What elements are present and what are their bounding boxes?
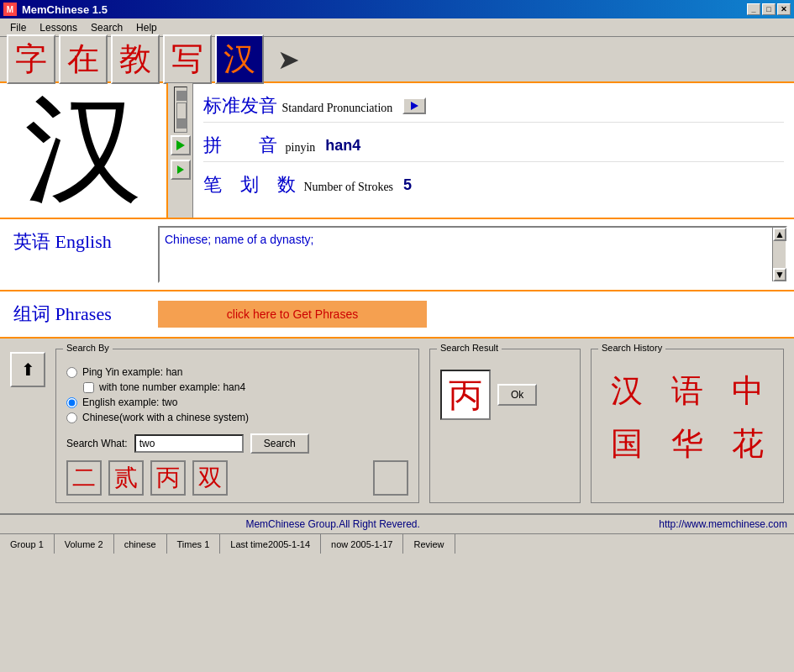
window-controls: _ □ ✕ (747, 3, 791, 15)
pinyin-radio-label: Ping Yin example: han (82, 366, 182, 378)
tab-chinese[interactable]: chinese (114, 534, 167, 554)
toolbar-char-0[interactable]: 字 (7, 34, 55, 84)
tone-checkbox-row: with tone number example: han4 (83, 381, 408, 393)
result-char-2[interactable]: 丙 (150, 460, 186, 496)
chinese-radio[interactable] (66, 412, 77, 423)
menu-help[interactable]: Help (129, 20, 164, 35)
toolbar-arrow-icon: ➤ (277, 44, 300, 76)
get-phrases-button[interactable]: click here to Get Phrases (158, 301, 427, 328)
result-char-0[interactable]: 二 (66, 460, 102, 496)
search-by-panel: Search By Ping Yin example: han with ton… (55, 349, 419, 503)
tab-review[interactable]: Review (403, 534, 455, 554)
english-content: Chinese; name of a dynasty; (160, 228, 772, 281)
toolbar-char-3[interactable]: 写 (163, 34, 212, 84)
history-char-2[interactable]: 中 (719, 366, 776, 416)
bottom-tabs: Group 1 Volume 2 chinese Times 1 Last ti… (0, 533, 794, 554)
english-section: 英语 English Chinese; name of a dynasty; ▲… (0, 219, 794, 291)
scroll-up-button[interactable]: ▲ (773, 228, 786, 241)
strokes-value: 5 (403, 176, 412, 194)
history-char-3[interactable]: 国 (598, 419, 655, 469)
tab-group1[interactable]: Group 1 (0, 534, 55, 554)
close-button[interactable]: ✕ (777, 3, 791, 15)
search-what-row: Search What: Search (66, 433, 408, 454)
strokes-row: 笔 划 数 Number of Strokes 5 (203, 169, 784, 201)
menu-search[interactable]: Search (84, 20, 129, 35)
pinyin-row: 拼 音 pinyin han4 (203, 129, 784, 162)
main-content: 汉 标准发音 Standard Pronunciation 拼 (0, 83, 794, 219)
search-history-panel: Search History 汉 语 中 国 华 花 (591, 349, 784, 503)
menu-file[interactable]: File (3, 20, 33, 35)
toolbar: 字 在 教 写 汉 ➤ (0, 37, 794, 83)
search-area: ⬆ Search By Ping Yin example: han with t… (0, 339, 794, 513)
history-char-4[interactable]: 华 (659, 419, 716, 469)
search-what-label: Search What: (66, 438, 128, 449)
english-radio-row: English example: two (66, 396, 408, 408)
scroll-down-button[interactable]: ▼ (773, 268, 786, 281)
result-char-display: 丙 (440, 370, 491, 420)
pinyin-value: han4 (325, 137, 360, 155)
toolbar-char-2[interactable]: 教 (111, 34, 160, 84)
phrases-label: 组词 Phrases (7, 298, 158, 330)
maximize-button[interactable]: □ (762, 3, 776, 15)
play-btn-2[interactable] (171, 160, 191, 180)
tab-now[interactable]: now 2005-1-17 (321, 534, 403, 554)
extra-char-box (373, 460, 408, 496)
search-by-legend: Search By (63, 343, 113, 353)
character-panel: 汉 (0, 83, 168, 218)
toolbar-char-1[interactable]: 在 (59, 34, 108, 84)
result-char-1[interactable]: 贰 (108, 460, 144, 496)
pinyin-radio-row: Ping Yin example: han (66, 366, 408, 378)
english-radio[interactable] (66, 397, 77, 408)
big-character: 汉 (24, 92, 142, 209)
pronunciation-row: 标准发音 Standard Pronunciation (203, 90, 784, 123)
tone-checkbox-label: with tone number example: han4 (99, 381, 245, 393)
scrollbar[interactable]: ▲ ▼ (772, 228, 786, 281)
window-title: MemChinese 1.5 (22, 3, 108, 16)
search-button[interactable]: Search (250, 433, 309, 454)
play-btn-1[interactable] (171, 135, 191, 155)
status-bar: MemChinese Group.All Right Revered. http… (0, 513, 794, 533)
tab-times1[interactable]: Times 1 (167, 534, 221, 554)
phrases-section: 组词 Phrases click here to Get Phrases (0, 291, 794, 339)
search-result-panel: Search Result 丙 Ok (429, 349, 581, 503)
info-panel: 标准发音 Standard Pronunciation 拼 音 pinyin h… (193, 83, 794, 218)
history-char-1[interactable]: 语 (659, 366, 716, 416)
result-chars-row: 二 贰 丙 双 (66, 460, 408, 496)
minimize-button[interactable]: _ (747, 3, 760, 15)
search-result-legend: Search Result (437, 343, 502, 353)
status-text: MemChinese Group.All Right Revered. (7, 518, 659, 530)
animation-controls (168, 83, 193, 218)
tone-checkbox[interactable] (83, 382, 94, 393)
tab-lasttime[interactable]: Last time2005-1-14 (220, 534, 321, 554)
pinyin-label: 拼 音 pinyin (203, 133, 315, 158)
title-bar: M MemChinese 1.5 _ □ ✕ (0, 0, 794, 18)
toolbar-char-4[interactable]: 汉 (215, 34, 264, 84)
history-chars: 汉 语 中 国 华 花 (598, 366, 776, 469)
history-char-5[interactable]: 花 (719, 419, 776, 469)
nav-area: ⬆ (10, 349, 45, 503)
chinese-radio-row: Chinese(work with a chinese system) (66, 412, 408, 423)
chinese-radio-label: Chinese(work with a chinese system) (82, 412, 249, 423)
app-icon: M (3, 3, 17, 16)
tab-volume2[interactable]: Volume 2 (55, 534, 114, 554)
search-history-legend: Search History (598, 343, 665, 353)
result-char-3[interactable]: 双 (192, 460, 228, 496)
pinyin-radio[interactable] (66, 367, 77, 378)
status-url: http://www.memchinese.com (659, 518, 787, 530)
history-char-0[interactable]: 汉 (598, 366, 655, 416)
result-display: 丙 Ok (440, 370, 570, 420)
ok-button[interactable]: Ok (497, 384, 537, 406)
pronunciation-label: 标准发音 Standard Pronunciation (203, 93, 392, 118)
english-label: 英语 English (7, 226, 158, 258)
menu-lessons[interactable]: Lessons (33, 20, 84, 35)
english-text: Chinese; name of a dynasty; (165, 233, 313, 246)
english-radio-label: English example: two (82, 396, 177, 408)
nav-up-button[interactable]: ⬆ (10, 352, 45, 387)
search-input[interactable] (134, 434, 244, 453)
pronunciation-play-button[interactable] (402, 97, 426, 114)
strokes-label: 笔 划 数 Number of Strokes (203, 172, 393, 197)
